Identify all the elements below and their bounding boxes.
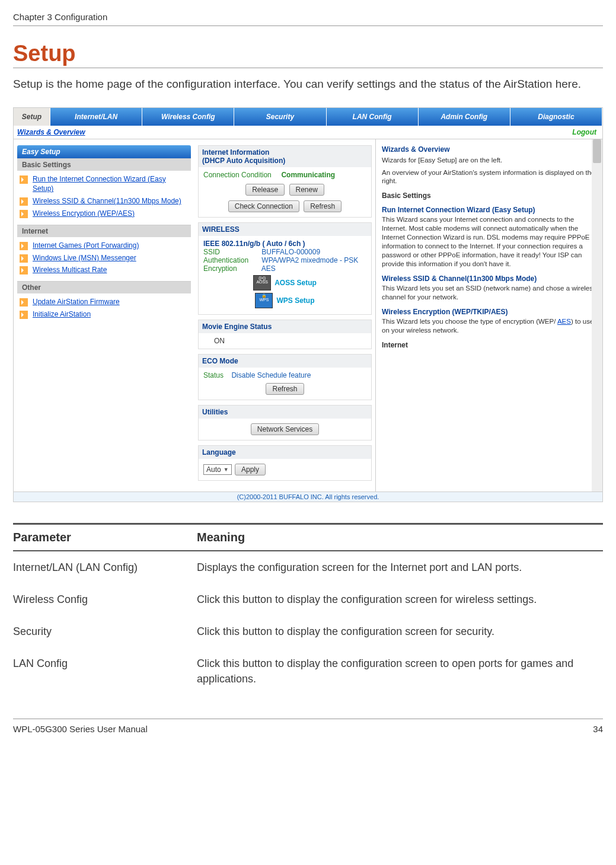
param-meaning: Click this button to display the configu… [197, 583, 603, 615]
tab-diagnostic[interactable]: Diagnostic [510, 108, 602, 126]
wizards-overview-link[interactable]: Wizards & Overview [17, 128, 85, 136]
easy-setup-header: Easy Setup [17, 145, 191, 158]
param-name: Internet/LAN (LAN Config) [13, 551, 197, 583]
scrollbar-handle[interactable] [593, 139, 601, 163]
nav-tabs: Setup Internet/LAN Wireless Config Secur… [14, 108, 602, 126]
link-update-firmware[interactable]: Update AirStation Firmware [33, 297, 120, 307]
link-ssid-channel[interactable]: Wireless SSID & Channel(11n300 Mbps Mode… [33, 196, 181, 206]
check-connection-button[interactable]: Check Connection [228, 200, 299, 212]
eco-status-label: Status [203, 371, 224, 379]
help-p2: An overview of your AirStation's system … [382, 168, 596, 186]
copyright: (C)2000-2011 BUFFALO INC. All rights res… [14, 491, 602, 502]
link-initialize[interactable]: Initialize AirStation [33, 309, 91, 320]
table-row: Wireless Config Click this button to dis… [13, 583, 603, 615]
scrollbar[interactable] [592, 139, 602, 491]
help-basic-hd: Basic Settings [382, 191, 596, 200]
table-row: LAN Config Click this button to display … [13, 647, 603, 695]
help-wiz3-hd: Wireless Encryption (WEP/TKIP/AES) [382, 308, 596, 316]
link-msn-messenger[interactable]: Windows Live (MSN) Messenger [33, 253, 136, 263]
wps-icon[interactable]: 🔒WPS [255, 293, 273, 308]
footer-page-number: 34 [593, 724, 603, 734]
refresh-button[interactable]: Refresh [304, 200, 341, 212]
aes-link[interactable]: AES [557, 318, 571, 325]
bullet-icon [20, 242, 28, 250]
ssid-value: BUFFALO-000009 [261, 248, 320, 256]
col-mid: Internet Information (DHCP Auto Acquisit… [194, 139, 375, 491]
help-wiz2-tx: This Wizard lets you set an SSID (networ… [382, 284, 596, 302]
other-list: Update AirStation Firmware Initialize Ai… [17, 296, 191, 321]
tab-wireless-config[interactable]: Wireless Config [142, 108, 234, 126]
internet-header: Internet [17, 225, 191, 237]
internet-info-panel: Internet Information (DHCP Auto Acquisit… [198, 145, 372, 218]
th-meaning: Meaning [197, 525, 603, 551]
enc-label: Encryption [203, 264, 260, 273]
tab-admin-config[interactable]: Admin Config [419, 108, 510, 126]
network-services-button[interactable]: Network Services [251, 423, 319, 435]
intro-text: Setup is the home page of the configurat… [13, 76, 603, 92]
bullet-icon [20, 254, 28, 263]
param-meaning: Displays the configuration screen for th… [197, 551, 603, 583]
table-row: Security Click this button to display th… [13, 615, 603, 647]
basic-settings-header: Basic Settings [17, 158, 191, 171]
apply-button[interactable]: Apply [235, 464, 266, 475]
bullet-icon [20, 197, 28, 206]
col-right: Wizards & Overview Wizards for [Easy Set… [375, 139, 602, 491]
tab-lan-config[interactable]: LAN Config [327, 108, 419, 126]
eco-refresh-button[interactable]: Refresh [266, 383, 304, 395]
body-3col: Easy Setup Basic Settings Run the Intern… [14, 139, 602, 491]
internet-info-title1: Internet Information [202, 148, 368, 157]
link-wireless-encryption[interactable]: Wireless Encryption (WEP/AES) [33, 209, 135, 219]
help-title: Wizards & Overview [382, 145, 596, 154]
help-internet-hd: Internet [382, 341, 596, 349]
param-name: Wireless Config [13, 583, 197, 615]
param-meaning: Click this button to display the configu… [197, 615, 603, 647]
footer-left: WPL-05G300 Series User Manual [13, 724, 148, 734]
tab-security[interactable]: Security [234, 108, 326, 126]
link-run-wizard[interactable]: Run the Internet Connection Wizard (Easy… [33, 174, 189, 194]
logout-link[interactable]: Logout [572, 128, 596, 136]
tab-internet-lan[interactable]: Internet/LAN [50, 108, 142, 126]
auth-value: WPA/WPA2 mixedmode - PSK [261, 256, 358, 264]
eco-mode-title: ECO Mode [199, 355, 371, 368]
conn-cond-label: Connection Condition [203, 171, 272, 179]
other-header: Other [17, 281, 191, 293]
wps-setup-link[interactable]: WPS Setup [276, 296, 314, 305]
chevron-down-icon: ▼ [224, 467, 229, 473]
aoss-setup-link[interactable]: AOSS Setup [275, 279, 317, 287]
help-wiz1-tx: This Wizard scans your Internet connecti… [382, 215, 596, 269]
param-meaning: Click this button to display the configu… [197, 647, 603, 695]
language-select[interactable]: Auto ▼ [203, 464, 232, 475]
language-panel: Language Auto ▼ Apply [198, 445, 372, 481]
utilities-panel: Utilities Network Services [198, 405, 372, 441]
param-name: LAN Config [13, 647, 197, 695]
param-name: Security [13, 615, 197, 647]
wireless-band: IEEE 802.11n/g/b ( Auto / 6ch ) [203, 240, 366, 248]
wireless-panel: WIRELESS IEEE 802.11n/g/b ( Auto / 6ch )… [198, 222, 372, 315]
renew-button[interactable]: Renew [289, 184, 324, 196]
utilities-title: Utilities [199, 406, 371, 419]
tab-setup[interactable]: Setup [14, 108, 50, 126]
bullet-icon [20, 311, 28, 319]
auth-label: Authentication [203, 256, 260, 264]
table-row: Internet/LAN (LAN Config) Displays the c… [13, 551, 603, 583]
bullet-icon [20, 210, 28, 218]
bullet-icon [20, 298, 28, 307]
col-left: Easy Setup Basic Settings Run the Intern… [14, 139, 194, 491]
link-multicast-rate[interactable]: Wireless Multicast Rate [33, 265, 107, 275]
eco-status-value: Disable Schedule feature [231, 371, 311, 379]
link-port-forwarding[interactable]: Internet Games (Port Forwarding) [33, 241, 139, 251]
movie-engine-value: ON [199, 333, 371, 349]
th-parameter: Parameter [13, 525, 197, 551]
internet-info-title2: (DHCP Auto Acquisition) [202, 157, 368, 165]
movie-engine-title: Movie Engine Status [199, 320, 371, 333]
aoss-icon[interactable]: ((•))AOSS [253, 275, 271, 291]
parameter-table: Parameter Meaning Internet/LAN (LAN Conf… [13, 523, 603, 695]
page-title: Setup [13, 41, 603, 68]
eco-mode-panel: ECO Mode Status Disable Schedule feature… [198, 354, 372, 400]
language-value: Auto [206, 465, 221, 474]
conn-cond-value: Communicating [281, 171, 335, 179]
help-wiz1-hd: Run Internet Connection Wizard (Easy Set… [382, 206, 596, 214]
bullet-icon [20, 175, 28, 184]
sub-bar: Wizards & Overview Logout [14, 126, 602, 139]
release-button[interactable]: Release [245, 184, 285, 196]
